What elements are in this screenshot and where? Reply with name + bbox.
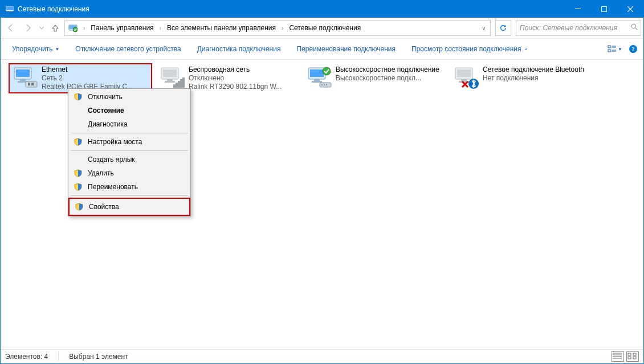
- svg-rect-28: [181, 80, 182, 87]
- connection-broadband[interactable]: Высокоскоростное подключение Высокоскоро…: [304, 64, 445, 91]
- app-icon: [5, 5, 14, 14]
- connection-status: Сеть 2: [42, 74, 150, 83]
- svg-point-36: [321, 84, 323, 85]
- search-box[interactable]: [516, 20, 641, 36]
- menu-create-shortcut[interactable]: Создать ярлык: [70, 153, 189, 166]
- control-panel-icon: [68, 23, 78, 32]
- svg-rect-26: [176, 83, 177, 87]
- svg-rect-4: [575, 9, 581, 9]
- connection-bluetooth[interactable]: Сетевое подключение Bluetooth Нет подклю…: [451, 64, 592, 91]
- cmd-label: Переименование подключения: [296, 45, 396, 53]
- separator: [58, 352, 59, 361]
- menu-delete[interactable]: Удалить: [70, 166, 189, 180]
- breadcrumb-mid[interactable]: Все элементы панели управления: [165, 24, 278, 32]
- menu-separator: [71, 195, 188, 196]
- shield-icon: [73, 168, 83, 178]
- svg-rect-41: [461, 79, 467, 81]
- svg-rect-44: [628, 353, 631, 355]
- svg-rect-10: [608, 46, 610, 48]
- cmd-label: Диагностика подключения: [197, 45, 281, 53]
- shield-icon: [73, 182, 83, 192]
- menu-label: Переименовать: [88, 183, 184, 191]
- breadcrumb[interactable]: › Панель управления › Все элементы панел…: [64, 20, 491, 36]
- menu-label: Отключить: [88, 93, 184, 101]
- chevron-right-icon[interactable]: ›: [156, 25, 165, 31]
- highlighted-menu-item: Свойства: [68, 198, 190, 216]
- svg-rect-1: [6, 7, 13, 10]
- chevron-right-icon: »: [525, 47, 527, 52]
- svg-rect-32: [314, 79, 320, 81]
- svg-point-37: [324, 84, 325, 85]
- status-bar: Элементов: 4 Выбран 1 элемент: [1, 349, 643, 363]
- maximize-button[interactable]: [591, 1, 617, 18]
- svg-rect-46: [628, 357, 631, 359]
- title-bar[interactable]: Сетевые подключения: [1, 1, 643, 18]
- up-button[interactable]: [47, 20, 63, 36]
- refresh-button[interactable]: [495, 20, 511, 36]
- menu-diagnose[interactable]: Диагностика: [70, 117, 189, 131]
- menu-label: Состояние: [88, 107, 184, 114]
- shield-icon: [73, 137, 83, 147]
- breadcrumb-leaf[interactable]: Сетевые подключения: [287, 24, 363, 32]
- svg-rect-24: [165, 81, 175, 83]
- menu-disable[interactable]: Отключить: [70, 90, 189, 104]
- svg-rect-25: [174, 85, 175, 87]
- minimize-button[interactable]: [565, 1, 591, 18]
- svg-rect-31: [310, 69, 324, 77]
- svg-rect-23: [167, 79, 173, 81]
- menu-rename[interactable]: Переименовать: [70, 180, 189, 194]
- chevron-down-icon: ▼: [618, 47, 622, 52]
- menu-status[interactable]: Состояние: [70, 104, 189, 117]
- svg-rect-2: [8, 11, 11, 12]
- shield-icon: [74, 202, 84, 212]
- svg-rect-22: [163, 69, 177, 77]
- svg-rect-40: [457, 69, 471, 77]
- breadcrumb-root[interactable]: Панель управления: [88, 24, 156, 32]
- content-area[interactable]: Ethernet Сеть 2 Realtek PCIe GBE Family …: [1, 60, 643, 349]
- svg-rect-3: [7, 12, 12, 13]
- connection-name: Беспроводная сеть: [189, 66, 297, 74]
- icons-view-button[interactable]: [626, 351, 639, 362]
- menu-label: Создать ярлык: [88, 156, 184, 163]
- chevron-right-icon[interactable]: ›: [278, 25, 287, 31]
- connection-status: Высокоскоростное подкл...: [336, 74, 444, 83]
- wifi-icon: [158, 66, 185, 89]
- svg-rect-47: [633, 357, 636, 359]
- view-status-cmd[interactable]: Просмотр состояния подключения »: [403, 39, 535, 59]
- rename-cmd[interactable]: Переименование подключения: [288, 39, 403, 59]
- diagnose-cmd[interactable]: Диагностика подключения: [189, 39, 289, 59]
- details-view-button[interactable]: [612, 351, 624, 362]
- chevron-down-icon: ▼: [55, 47, 59, 52]
- ethernet-icon: [11, 66, 38, 89]
- view-mode-button[interactable]: ▼: [605, 42, 625, 56]
- svg-rect-29: [183, 78, 184, 87]
- status-item-count: Элементов: 4: [5, 353, 48, 361]
- history-dropdown[interactable]: [37, 20, 46, 36]
- command-bar: Упорядочить ▼ Отключение сетевого устрой…: [1, 39, 643, 60]
- cmd-label: Просмотр состояния подключения: [411, 45, 521, 53]
- menu-properties[interactable]: Свойства: [71, 200, 188, 214]
- search-input[interactable]: [519, 23, 629, 32]
- menu-label: Свойства: [89, 203, 182, 211]
- menu-separator: [71, 133, 188, 133]
- close-button[interactable]: [617, 1, 643, 18]
- bluetooth-icon: [452, 66, 479, 89]
- organize-menu[interactable]: Упорядочить ▼: [4, 39, 67, 59]
- connection-status: Нет подключения: [483, 74, 591, 83]
- connection-status: Отключено: [189, 74, 297, 83]
- forward-button[interactable]: [20, 20, 36, 36]
- broadband-icon: [305, 66, 332, 89]
- connection-name: Сетевое подключение Bluetooth: [483, 66, 591, 74]
- help-button[interactable]: ?: [626, 42, 640, 56]
- chevron-right-icon[interactable]: ›: [80, 25, 88, 31]
- breadcrumb-dropdown[interactable]: v: [479, 25, 489, 31]
- status-selection: Выбран 1 элемент: [69, 353, 128, 361]
- back-button[interactable]: [3, 20, 19, 36]
- svg-rect-19: [28, 83, 30, 85]
- menu-label: Настройка моста: [88, 138, 184, 146]
- disable-device-cmd[interactable]: Отключение сетевого устройства: [67, 39, 189, 59]
- context-menu: Отключить Состояние Диагностика Настройк…: [68, 88, 191, 216]
- svg-rect-11: [608, 50, 610, 52]
- menu-separator: [71, 150, 188, 151]
- menu-bridge[interactable]: Настройка моста: [70, 135, 189, 149]
